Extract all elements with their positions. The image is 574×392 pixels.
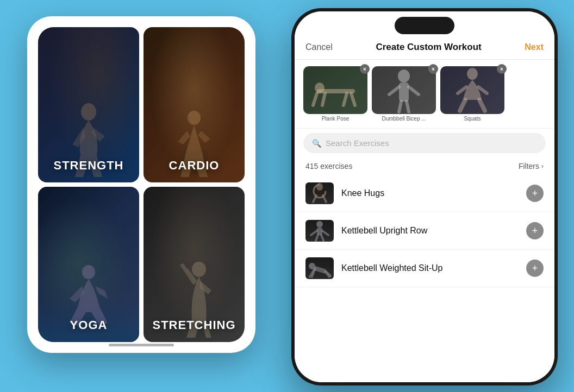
kettlebell-row-figure xyxy=(305,220,334,242)
exercise-item-knee-hugs[interactable]: Knee Hugs + xyxy=(295,175,554,212)
squats-thumb-bg xyxy=(440,66,504,114)
dumbbell-figure-svg xyxy=(372,66,436,114)
squats-thumb-label: Squats xyxy=(440,116,504,122)
squats-figure-svg xyxy=(440,66,504,114)
strength-label: STRENGTH xyxy=(54,159,124,173)
cardio-card[interactable]: CARDIO xyxy=(144,27,245,182)
search-placeholder: Search Exercises xyxy=(326,138,389,148)
knee-hugs-name: Knee Hugs xyxy=(341,188,519,198)
svg-line-19 xyxy=(460,100,465,111)
left-phone: STRENGTH CARDIO xyxy=(27,16,255,353)
plus-icon-3: + xyxy=(532,263,538,273)
workout-grid: STRENGTH CARDIO xyxy=(38,27,245,342)
svg-line-18 xyxy=(478,87,487,93)
svg-line-26 xyxy=(316,235,318,241)
svg-line-12 xyxy=(389,87,399,94)
add-kettlebell-row-button[interactable]: + xyxy=(526,222,544,239)
stretching-card[interactable]: STRETCHING xyxy=(144,187,245,342)
right-phone: Cancel Create Custom Workout Next × xyxy=(291,8,558,385)
search-icon: 🔍 xyxy=(312,139,321,148)
selected-exercises-row: × Plank Pose × xyxy=(295,60,554,129)
plank-thumb-bg xyxy=(303,66,367,114)
svg-point-3 xyxy=(192,262,206,277)
exercise-thumb-squats: × Squats xyxy=(440,66,504,122)
kettlebell-situp-thumb xyxy=(305,257,334,279)
svg-line-6 xyxy=(313,93,317,105)
stretching-label: STRETCHING xyxy=(153,318,236,332)
plank-figure-svg xyxy=(303,66,367,114)
svg-line-14 xyxy=(399,102,401,112)
exercise-item-kettlebell-situp[interactable]: Kettlebell Weighted Sit-Up + xyxy=(295,250,554,287)
plank-thumb-label: Plank Pose xyxy=(303,116,367,122)
svg-line-13 xyxy=(409,87,419,94)
cancel-button[interactable]: Cancel xyxy=(305,42,333,52)
yoga-card[interactable]: YOGA xyxy=(38,187,139,342)
svg-line-20 xyxy=(479,100,485,111)
kettlebell-row-thumb xyxy=(305,220,334,242)
exercise-thumb-plank: × Plank Pose xyxy=(303,66,367,122)
svg-point-16 xyxy=(467,68,478,80)
add-knee-hugs-button[interactable]: + xyxy=(526,185,544,202)
svg-point-5 xyxy=(315,83,325,93)
svg-point-10 xyxy=(398,69,410,83)
next-button[interactable]: Next xyxy=(525,42,544,52)
strength-card[interactable]: STRENGTH xyxy=(38,27,139,182)
nav-bar: Cancel Create Custom Workout Next xyxy=(295,37,554,60)
svg-line-27 xyxy=(321,235,323,241)
remove-squats-button[interactable]: × xyxy=(497,64,507,74)
dynamic-island xyxy=(395,17,454,34)
remove-dumbbell-button[interactable]: × xyxy=(428,64,438,74)
home-indicator-left xyxy=(109,344,174,346)
svg-line-8 xyxy=(344,93,347,105)
plus-icon: + xyxy=(532,188,538,198)
svg-point-2 xyxy=(82,265,95,279)
knee-hugs-figure xyxy=(305,182,334,204)
svg-point-1 xyxy=(188,111,201,125)
svg-point-21 xyxy=(316,183,323,191)
add-kettlebell-situp-button[interactable]: + xyxy=(526,260,544,277)
svg-line-24 xyxy=(311,231,317,235)
svg-line-25 xyxy=(322,231,328,235)
exercises-header: 415 exercises Filters › xyxy=(295,157,554,175)
svg-line-17 xyxy=(458,87,466,93)
svg-point-0 xyxy=(81,103,96,121)
exercise-thumb-dumbbell: × Dumbbell Bicep ... xyxy=(372,66,436,122)
kettlebell-situp-name: Kettlebell Weighted Sit-Up xyxy=(341,263,519,273)
filters-button[interactable]: Filters › xyxy=(519,162,544,170)
exercise-item-kettlebell-row[interactable]: Kettlebell Upright Row + xyxy=(295,212,554,250)
kettlebell-row-name: Kettlebell Upright Row xyxy=(341,226,519,236)
dumbbell-thumb-bg xyxy=(372,66,436,114)
nav-title: Create Custom Workout xyxy=(376,42,481,53)
filters-label: Filters xyxy=(519,162,539,170)
phone-right-inner: Cancel Create Custom Workout Next × xyxy=(295,11,554,382)
svg-line-9 xyxy=(351,93,355,105)
kettlebell-situp-figure xyxy=(305,257,334,279)
exercises-list: Knee Hugs + Kettlebell U xyxy=(295,175,554,382)
exercises-count: 415 exercises xyxy=(305,162,352,170)
plus-icon-2: + xyxy=(532,226,538,236)
svg-rect-11 xyxy=(399,83,409,102)
dumbbell-thumb-label: Dumbbell Bicep ... xyxy=(372,116,436,122)
cardio-label: CARDIO xyxy=(169,159,220,173)
remove-plank-button[interactable]: × xyxy=(360,64,370,74)
search-container: 🔍 Search Exercises xyxy=(295,129,554,157)
yoga-label: YOGA xyxy=(70,318,108,332)
knee-hugs-thumb xyxy=(305,182,334,204)
svg-line-7 xyxy=(322,93,325,105)
svg-point-22 xyxy=(316,221,323,227)
chevron-right-icon: › xyxy=(541,162,544,170)
notch-area xyxy=(295,11,554,37)
svg-line-15 xyxy=(407,102,409,112)
search-bar[interactable]: 🔍 Search Exercises xyxy=(303,133,546,153)
